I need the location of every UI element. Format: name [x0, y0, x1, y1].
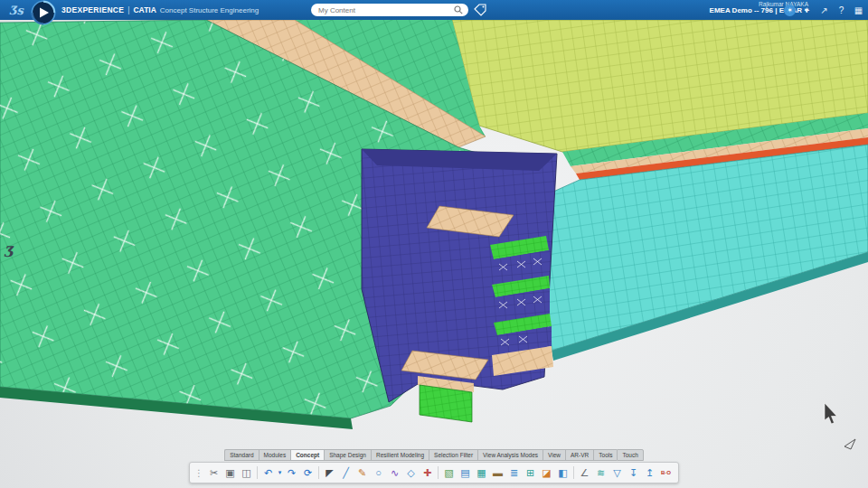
tab-resilient-modeling[interactable]: Resilient Modeling [371, 449, 429, 461]
toolbar-drag-handle[interactable]: ⋮ [194, 468, 203, 478]
sketch-tool-icon[interactable]: ✎ [354, 465, 370, 481]
title-divider: | [127, 5, 129, 14]
tab-concept[interactable]: Concept [290, 449, 324, 461]
analysis-tool-icon[interactable]: ≋ [593, 465, 609, 481]
tab-modules[interactable]: Modules [259, 449, 291, 461]
app-subtitle: Concept Structure Engineering [160, 6, 259, 14]
notifications-badge-icon[interactable]: ✶ [784, 5, 796, 16]
help-icon[interactable]: ? [835, 5, 847, 15]
tab-standard[interactable]: Standard [224, 449, 258, 461]
tab-shape-design[interactable]: Shape Design [324, 449, 371, 461]
viewport-3d-canvas[interactable]: Ʒ [0, 20, 868, 488]
apps-grid-icon[interactable]: ▦ [853, 5, 864, 15]
ribbon-tabs: Standard Modules Concept Shape Design Re… [0, 449, 868, 461]
brand-label: 3DEXPERIENCE [61, 5, 124, 14]
beam-tool-icon[interactable]: ▬ [490, 465, 505, 481]
stiffener-tool-icon[interactable]: ≣ [506, 465, 522, 481]
undo-icon[interactable]: ↶ [260, 465, 276, 481]
share-icon[interactable]: ↗ [818, 5, 830, 15]
line-tool-icon[interactable]: ╱ [338, 465, 354, 481]
tab-tools[interactable]: Tools [593, 449, 617, 461]
paste-icon[interactable]: ◫ [239, 465, 254, 481]
history-icon[interactable]: ⟳ [300, 465, 316, 481]
tab-selection-filter[interactable]: Selection Filter [429, 449, 477, 461]
app-title: 3DEXPERIENCE | CATIA Concept Structure E… [61, 0, 259, 20]
toolbar-separator [257, 466, 258, 479]
add-icon[interactable]: + [801, 5, 813, 15]
plane-tool-icon[interactable]: ◇ [403, 465, 419, 481]
search-input[interactable] [316, 5, 454, 15]
views-tool-icon[interactable]: ▽ [609, 465, 625, 481]
3dexperience-compass-icon[interactable] [31, 0, 56, 25]
tab-touch[interactable]: Touch [617, 449, 643, 461]
undo-options-icon[interactable]: ▾ [277, 465, 283, 481]
tab-view-analysis-modes[interactable]: View Analysis Modes [477, 449, 542, 461]
redo-icon[interactable]: ↷ [284, 465, 299, 481]
split-tool-icon[interactable]: ◧ [555, 465, 571, 481]
toolbar-separator [318, 466, 319, 479]
spline-tool-icon[interactable]: ∿ [387, 465, 402, 481]
section-tool-icon[interactable]: ◪ [539, 465, 554, 481]
dassault-3ds-logo[interactable]: Ʒs [4, 0, 29, 20]
search-icon[interactable] [454, 5, 463, 14]
measure-tool-icon[interactable]: ∠ [577, 465, 592, 481]
action-toolbar: ⋮ ✂ ▣ ◫ ↶ ▾ ↷ ⟳ ◤ ╱ ✎ ○ ∿ ◇ ✚ ▧ ▤ ▦ ▬ ≣ … [189, 462, 679, 483]
tab-view[interactable]: View [542, 449, 565, 461]
copy-icon[interactable]: ▣ [222, 465, 238, 481]
secondary-cursor [844, 439, 855, 449]
grid-tool-icon[interactable]: ⊞ [523, 465, 538, 481]
plate-tool-icon[interactable]: ▦ [474, 465, 489, 481]
select-icon[interactable]: ◤ [322, 465, 337, 481]
axis-tool-icon[interactable]: ✚ [420, 465, 435, 481]
export-tool-icon[interactable]: ↥ [642, 465, 657, 481]
bom-table-icon[interactable]: B·O [658, 465, 674, 481]
circle-tool-icon[interactable]: ○ [371, 465, 386, 481]
tag-icon[interactable] [474, 4, 486, 16]
app-name: CATIA [133, 5, 156, 14]
panel-tool-icon[interactable]: ▤ [458, 465, 473, 481]
search-box[interactable] [311, 4, 468, 16]
tab-ar-vr[interactable]: AR-VR [565, 449, 593, 461]
top-bar-icons: ✶ + ↗ ? ▦ [784, 0, 864, 20]
cut-icon[interactable]: ✂ [206, 465, 222, 481]
mouse-cursor [825, 403, 837, 424]
toolbar-separator [438, 466, 439, 479]
extrude-tool-icon[interactable]: ▧ [441, 465, 457, 481]
toolbar-separator [573, 466, 574, 479]
3ds-watermark-logo: Ʒ [4, 243, 14, 260]
top-bar: Ʒs 3DEXPERIENCE | CATIA Concept Structur… [0, 0, 868, 20]
import-tool-icon[interactable]: ↧ [626, 465, 641, 481]
